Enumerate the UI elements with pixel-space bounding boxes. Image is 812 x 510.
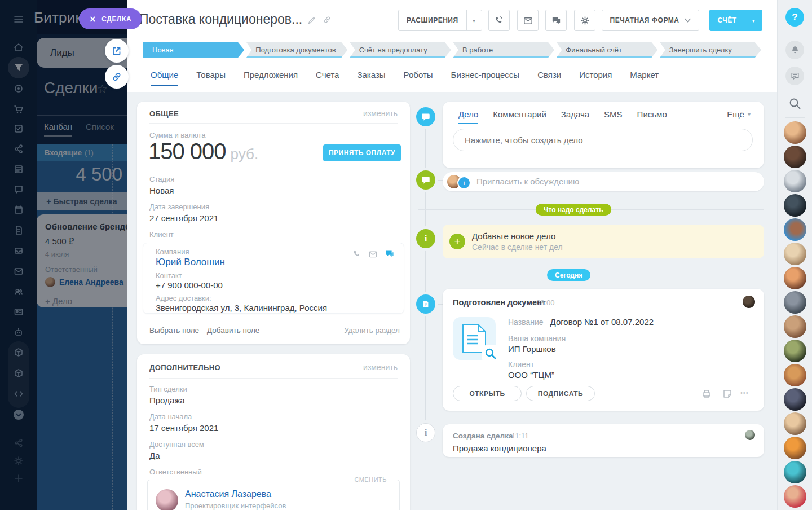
code-icon[interactable] [13,388,24,399]
favorite-star-icon[interactable]: ☆ [97,82,108,96]
target-icon[interactable] [13,83,24,94]
tab-history[interactable]: История [579,70,612,86]
plus-icon[interactable] [13,473,24,484]
open-in-new-window-button[interactable] [105,39,129,63]
notifications-button[interactable] [785,41,804,59]
email-button[interactable] [517,10,539,31]
composer-tab-comment[interactable]: Комментарий [493,109,546,123]
user-avatar[interactable] [784,485,806,508]
composer-more-menu[interactable]: Ещё▾ [727,109,751,119]
contact-phone[interactable]: +7 900 000-00-00 [156,280,223,290]
invite-discussion-bar[interactable]: + Пригласить к обсуждению [443,172,764,191]
document-icon[interactable] [13,225,24,236]
user-avatar[interactable] [784,146,806,168]
document-preview-icon[interactable] [453,317,496,360]
quick-deal-button[interactable]: + Быстрая сделка [37,192,127,210]
robot-icon[interactable] [13,327,24,338]
home-icon[interactable] [13,42,24,53]
add-activity-card[interactable]: + Добавьте новое дело Сейчас в сделке не… [443,225,764,258]
edit-section-link[interactable]: изменить [363,109,398,118]
stage-value[interactable]: Новая [149,186,174,195]
mail-icon[interactable] [13,266,24,277]
link-icon[interactable] [323,15,332,24]
composer-tab-task[interactable]: Задача [561,109,589,123]
print-form-button[interactable]: ПЕЧАТНАЯ ФОРМА [602,10,699,31]
chat-client-icon[interactable] [385,249,395,259]
more-actions-icon[interactable]: ••• [740,389,749,396]
company-name-link[interactable]: Юрий Волошин [156,257,225,268]
tab-general[interactable]: Общие [151,70,178,86]
timeline-chat-button[interactable] [785,67,804,85]
composer-tab-letter[interactable]: Письмо [637,109,667,123]
add-field-link[interactable]: Добавить поле [207,326,259,335]
cube-icon[interactable] [13,347,24,358]
call-button[interactable] [488,10,510,31]
invite-plus-icon[interactable]: + [457,176,471,190]
tab-orders[interactable]: Заказы [357,70,385,86]
gear-icon[interactable] [13,455,24,467]
accept-payment-button[interactable]: ПРИНЯТЬ ОПЛАТУ [323,144,401,161]
settings-button[interactable] [574,10,595,31]
kanban-column-header[interactable]: Входящие (1) [37,144,127,161]
share-icon[interactable] [13,437,24,449]
search-icon[interactable] [788,97,802,111]
stage-docs[interactable]: Подготовка документов [246,42,347,58]
deal-kanban-card[interactable]: Обновление брендбука 4 500 ₽ 4 июля Отве… [37,214,127,307]
open-document-button[interactable]: ОТКРЫТЬ [453,386,522,401]
delete-section-link[interactable]: Удалить раздел [344,326,400,335]
cube2-icon[interactable] [13,368,24,379]
network-icon[interactable] [13,143,24,155]
user-avatar[interactable] [784,364,806,386]
stage-prepay-invoice[interactable]: Счёт на предоплату [350,42,451,58]
tab-bizproc[interactable]: Бизнес-процессы [451,70,520,86]
doc-name-value[interactable]: Договор №1 от 08.07.2022 [550,317,654,327]
stage-final-invoice[interactable]: Финальный счёт [556,42,657,58]
user-avatar[interactable] [784,340,806,362]
user-avatar[interactable] [784,121,806,144]
users-icon[interactable] [13,286,24,297]
invoice-button[interactable]: СЧЁТ ▾ [709,10,762,31]
note-icon[interactable] [722,388,733,399]
user-avatar[interactable] [784,315,806,338]
card-resp-name[interactable]: Елена Андреева [59,278,123,287]
responsible-name-link[interactable]: Анастасия Лазарева [185,489,271,499]
tab-products[interactable]: Товары [196,70,226,86]
composer-tab-sms[interactable]: SMS [604,109,623,123]
copy-link-button[interactable] [105,65,129,89]
chevron-down-circle-icon[interactable] [13,409,24,420]
user-avatar[interactable] [784,388,806,411]
drive-icon[interactable] [13,245,24,256]
tab-robots[interactable]: Роботы [404,70,433,86]
tab-links[interactable]: Связи [537,70,561,86]
tab-market[interactable]: Маркет [630,70,659,86]
tab-quotes[interactable]: Предложения [244,70,298,86]
tasks-icon[interactable] [13,123,24,134]
user-avatar[interactable] [784,412,806,435]
stage-close[interactable]: Завершить сделку [660,42,761,58]
chat-icon[interactable] [13,184,24,195]
edit-title-icon[interactable] [308,15,317,24]
deal-type-value[interactable]: Продажа [149,395,185,405]
print-icon[interactable] [701,388,712,399]
stage-in-progress[interactable]: В работе [453,42,554,58]
help-button[interactable]: ? [785,8,804,27]
address-value[interactable]: Звенигородская ул, 3, Калининград, Росси… [156,303,327,313]
user-avatar[interactable] [784,170,806,192]
chat-button[interactable] [545,10,567,31]
sign-document-button[interactable]: ПОДПИСАТЬ [526,386,595,401]
user-avatar[interactable] [784,218,806,241]
crm-funnel-icon-active[interactable] [8,57,29,78]
call-client-icon[interactable] [352,249,361,258]
deal-title[interactable]: Поставка кондиционеров... [139,12,302,27]
user-avatar[interactable] [784,243,806,265]
contact-card-icon[interactable] [13,306,24,318]
extensions-button[interactable]: РАСШИРЕНИЯ ▾ [398,10,482,31]
news-icon[interactable] [13,164,24,175]
menu-icon[interactable] [13,14,24,25]
edit-section-link[interactable]: изменить [363,363,398,372]
close-date-value[interactable]: 27 сентября 2021 [149,213,218,223]
email-client-icon[interactable] [368,249,378,259]
user-avatar[interactable] [784,291,806,314]
tab-invoices[interactable]: Счета [316,70,339,86]
user-avatar[interactable] [784,194,806,217]
